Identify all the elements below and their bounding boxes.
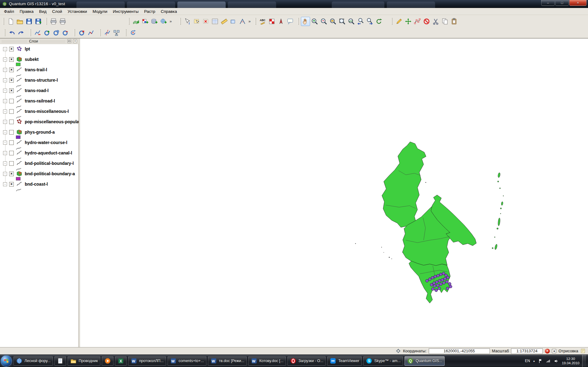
layer-expand-toggle[interactable]: - (3, 141, 7, 145)
add-ring-button[interactable] (42, 28, 51, 37)
undo-button[interactable] (7, 28, 17, 37)
save-project-button[interactable] (24, 17, 34, 26)
measure-area-button[interactable] (229, 17, 238, 26)
identify-features-button[interactable] (183, 17, 192, 26)
zoom-out-button[interactable] (319, 17, 328, 26)
log-messages-icon[interactable] (580, 348, 586, 354)
toolbar-overflow-button[interactable]: » (168, 17, 173, 26)
taskbar-browser-forum-button[interactable]: Лесной фору... (13, 356, 53, 366)
save-project-as-button[interactable] (34, 17, 43, 26)
network-icon[interactable] (546, 358, 551, 364)
layer-visibility-checkbox[interactable]: × (9, 47, 14, 51)
layer-row-hydro-water-course-l[interactable]: -hydro-water-course-l (0, 139, 79, 150)
add-postgis-layer-button[interactable] (150, 17, 159, 26)
layer-visibility-checkbox[interactable]: × (9, 68, 14, 72)
taskbar-media-player-button[interactable] (102, 356, 113, 366)
select-features-button[interactable] (192, 17, 201, 26)
layer-expand-toggle[interactable]: - (3, 182, 7, 186)
layer-visibility-checkbox[interactable] (9, 99, 14, 103)
layer-visibility-checkbox[interactable] (9, 109, 14, 114)
layer-row-bnd-political-boundary-a[interactable]: -×bnd-political-boundary-a (0, 171, 79, 181)
layer-row-bnd-coast-l[interactable]: -×bnd-coast-l (0, 181, 79, 191)
layer-expand-toggle[interactable]: - (3, 89, 7, 93)
layer-row-trans-miscellaneous-l[interactable]: -trans-miscellaneous-l (0, 108, 79, 119)
cut-features-button[interactable] (431, 17, 440, 26)
taskbar-notepad-button[interactable] (54, 356, 66, 366)
layer-row-trans-structure-l[interactable]: -×trans-structure-l (0, 77, 79, 87)
layer-visibility-checkbox[interactable]: × (9, 57, 14, 62)
new-project-button[interactable] (6, 17, 15, 26)
decoration-north-arrow-button[interactable] (276, 17, 286, 26)
layer-visibility-checkbox[interactable] (9, 140, 14, 145)
zoom-to-layer-button[interactable] (347, 17, 356, 26)
toolbar-overflow-button[interactable]: » (247, 17, 252, 26)
pan-map-button[interactable] (301, 17, 310, 26)
taskbar-word-doc-1-button[interactable]: протоколЛП... (128, 356, 166, 366)
delete-selected-button[interactable] (422, 17, 431, 26)
menu-help[interactable]: Справка (158, 9, 180, 14)
taskbar-skype-button[interactable]: Skype™ - am... (363, 356, 403, 366)
clock[interactable]: 12:30 19.04.2010 (562, 357, 579, 365)
open-project-button[interactable] (15, 17, 24, 26)
coordinates-value-box[interactable]: 1620001,-421055 (429, 348, 490, 354)
layer-row-trans-trail-l[interactable]: -×trans-trail-l (0, 67, 79, 77)
layer-row-trans-road-l[interactable]: -×trans-road-l (0, 87, 79, 98)
copy-features-button[interactable] (440, 17, 449, 26)
start-button[interactable] (1, 355, 12, 367)
menu-plugins[interactable]: Модули (90, 9, 110, 14)
annotation-button[interactable] (286, 17, 295, 26)
zoom-to-selection-button[interactable] (328, 17, 338, 26)
menu-edit[interactable]: Правка (17, 9, 36, 14)
decoration-grid-button[interactable] (267, 17, 276, 26)
add-vector-layer-button[interactable] (131, 17, 141, 26)
layer-row-subekt[interactable]: -×subekt (0, 56, 79, 67)
add-raster-layer-button[interactable] (141, 17, 150, 26)
layer-row-lpt[interactable]: -×lpt (0, 46, 79, 56)
layer-row-hydro-aqueduct-canal-l[interactable]: -hydro-aqueduct-canal-l (0, 150, 79, 160)
render-checkbox[interactable]: × (552, 349, 556, 353)
add-wms-layer-button[interactable] (159, 17, 168, 26)
action-center-flag-icon[interactable] (538, 358, 543, 364)
layer-row-pop-miscellaneous-popula[interactable]: -pop-miscellaneous-popula... (0, 119, 79, 129)
taskbar-word-doc-2-button[interactable]: coments+to+... (168, 356, 206, 366)
layer-row-trans-railroad-l[interactable]: -trans-railroad-l (0, 98, 79, 108)
layer-expand-toggle[interactable]: - (3, 161, 7, 165)
rotate-point-symbols-button[interactable] (128, 28, 138, 37)
measure-line-button[interactable] (220, 17, 229, 26)
hidden-icons-chevron[interactable]: ▲ (533, 360, 535, 362)
panel-close-button[interactable]: × (73, 39, 77, 43)
split-features-button[interactable] (103, 28, 112, 37)
maximize-button[interactable]: □ (555, 0, 569, 6)
layer-row-phys-ground-a[interactable]: -phys-ground-a (0, 129, 79, 139)
layer-visibility-checkbox[interactable] (9, 151, 14, 155)
layer-expand-toggle[interactable]: - (3, 99, 7, 103)
layer-expand-toggle[interactable]: - (3, 130, 7, 134)
show-desktop-button[interactable] (582, 355, 586, 367)
layer-visibility-checkbox[interactable] (9, 130, 14, 135)
stop-rendering-button[interactable]: × (545, 349, 550, 354)
zoom-last-button[interactable] (356, 17, 365, 26)
layer-expand-toggle[interactable]: - (3, 57, 7, 61)
toggle-editing-button[interactable] (394, 17, 404, 26)
layer-visibility-checkbox[interactable] (9, 120, 14, 124)
layer-expand-toggle[interactable]: - (3, 78, 7, 82)
taskbar-word-doc-3-button[interactable]: тв.doc [Режи... (208, 356, 247, 366)
map-canvas[interactable] (80, 39, 588, 347)
layer-visibility-checkbox[interactable]: × (9, 182, 14, 187)
layer-expand-toggle[interactable]: - (3, 68, 7, 72)
layer-visibility-checkbox[interactable]: × (9, 78, 14, 83)
labeling-button[interactable] (258, 17, 267, 26)
simplify-feature-button[interactable] (33, 28, 42, 37)
menu-tools[interactable]: Инструменты (110, 9, 141, 14)
minimize-button[interactable]: – (541, 0, 555, 6)
redo-button[interactable] (17, 28, 26, 37)
menu-raster[interactable]: Растр (141, 9, 158, 14)
layer-visibility-checkbox[interactable]: × (9, 88, 14, 93)
scale-value-box[interactable]: 1:17313724 (511, 348, 543, 354)
delete-part-button[interactable] (77, 28, 86, 37)
menu-layer[interactable]: Слой (49, 9, 65, 14)
print-composer-button[interactable] (49, 17, 58, 26)
taskbar-teamviewer-button[interactable]: TeamViewer (327, 356, 362, 366)
layer-row-bnd-political-boundary-l[interactable]: -bnd-political-boundary-l (0, 160, 79, 171)
zoom-in-button[interactable] (310, 17, 319, 26)
